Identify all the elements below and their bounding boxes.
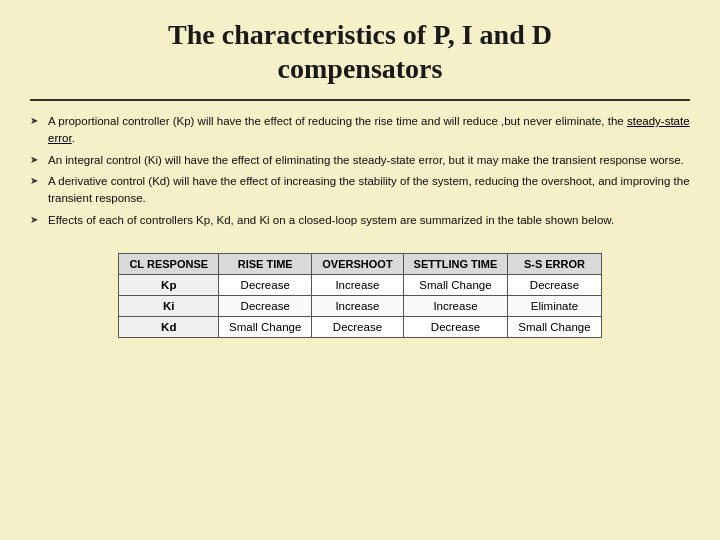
table-cell-r1-c1: Decrease — [219, 296, 312, 317]
pid-table: CL RESPONSE RISE TIME OVERSHOOT SETTLING… — [118, 253, 601, 338]
table-cell-r2-c1: Small Change — [219, 317, 312, 338]
table-row: KiDecreaseIncreaseIncreaseEliminate — [119, 296, 601, 317]
bullet-item-1: A proportional controller (Kp) will have… — [30, 113, 690, 146]
table-row: KdSmall ChangeDecreaseDecreaseSmall Chan… — [119, 317, 601, 338]
bullet-item-4: Effects of each of controllers Kp, Kd, a… — [30, 212, 690, 229]
col-header-rise-time: RISE TIME — [219, 254, 312, 275]
table-cell-r0-c4: Decrease — [508, 275, 601, 296]
table-cell-r2-c0: Kd — [119, 317, 219, 338]
table-cell-r1-c4: Eliminate — [508, 296, 601, 317]
table-cell-r1-c0: Ki — [119, 296, 219, 317]
bullet-item-3: A derivative control (Kd) will have the … — [30, 173, 690, 206]
col-header-cl-response: CL RESPONSE — [119, 254, 219, 275]
table-cell-r2-c3: Decrease — [403, 317, 508, 338]
table-cell-r0-c1: Decrease — [219, 275, 312, 296]
table-cell-r1-c2: Increase — [312, 296, 403, 317]
table-container: CL RESPONSE RISE TIME OVERSHOOT SETTLING… — [30, 253, 690, 338]
table-cell-r1-c3: Increase — [403, 296, 508, 317]
bullet-item-2: An integral control (Ki) will have the e… — [30, 152, 690, 169]
table-header-row: CL RESPONSE RISE TIME OVERSHOOT SETTLING… — [119, 254, 601, 275]
table-row: KpDecreaseIncreaseSmall ChangeDecrease — [119, 275, 601, 296]
table-cell-r0-c0: Kp — [119, 275, 219, 296]
slide: The characteristics of P, I and D compen… — [0, 0, 720, 540]
steady-state-link: steady-state error — [48, 115, 690, 144]
table-cell-r0-c2: Increase — [312, 275, 403, 296]
col-header-ss-error: S-S ERROR — [508, 254, 601, 275]
col-header-settling-time: SETTLING TIME — [403, 254, 508, 275]
col-header-overshoot: OVERSHOOT — [312, 254, 403, 275]
title-divider — [30, 99, 690, 101]
slide-title: The characteristics of P, I and D compen… — [30, 18, 690, 85]
table-cell-r0-c3: Small Change — [403, 275, 508, 296]
bullet-list: A proportional controller (Kp) will have… — [30, 113, 690, 233]
table-cell-r2-c4: Small Change — [508, 317, 601, 338]
table-cell-r2-c2: Decrease — [312, 317, 403, 338]
